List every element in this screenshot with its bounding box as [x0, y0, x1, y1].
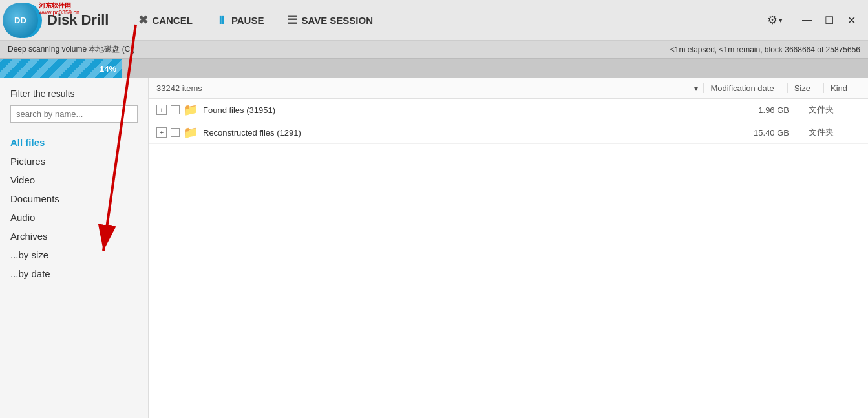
sidebar-item-audio[interactable]: Audio	[0, 208, 148, 227]
file-name-1: Found files (31951)	[203, 105, 744, 115]
progressbar-container: 14%	[0, 59, 868, 78]
items-count: 33242 items	[156, 83, 689, 93]
scanning-status: Deep scanning volume 本地磁盘 (C:)	[8, 44, 135, 55]
sidebar-label-video: Video	[10, 174, 35, 185]
col-kind[interactable]: Kind	[823, 83, 860, 93]
folder-icon-2: 📁	[184, 125, 198, 140]
progressbar-label: 14%	[100, 64, 116, 74]
pause-label: PAUSE	[231, 15, 264, 26]
sidebar-label-pictures: Pictures	[10, 156, 45, 167]
file-name-2: Reconstructed files (1291)	[203, 128, 744, 138]
dropdown-arrow[interactable]: ▾	[689, 84, 703, 93]
sidebar-item-documents[interactable]: Documents	[0, 189, 148, 208]
table-row: + 📁 Found files (31951) 1.96 GB 文件夹	[149, 99, 868, 121]
sidebar-item-by-size[interactable]: ...by size	[0, 246, 148, 264]
save-session-button[interactable]: ☰ SAVE SESSION	[277, 8, 383, 32]
sidebar-label-archives: Archives	[10, 231, 48, 242]
main-area: Filter the results All files Pictures Vi…	[0, 78, 868, 418]
cancel-label: CANCEL	[152, 15, 193, 26]
settings-icon: ⚙	[767, 13, 778, 27]
sidebar-item-pictures[interactable]: Pictures	[0, 152, 148, 171]
filelist-header: 33242 items ▾ Modification date Size Kin…	[149, 78, 868, 99]
sidebar-label-by-size: ...by size	[10, 249, 48, 260]
file-size-2: 15.40 GB	[744, 128, 809, 138]
close-button[interactable]: ✕	[841, 10, 862, 30]
filter-label: Filter the results	[0, 89, 148, 105]
sidebar: Filter the results All files Pictures Vi…	[0, 78, 149, 418]
progressbar-fill: 14%	[0, 59, 122, 78]
settings-button[interactable]: ⚙ ▾	[761, 9, 789, 31]
file-kind-1: 文件夹	[809, 104, 860, 116]
checkbox-2[interactable]	[171, 128, 180, 137]
expand-button-2[interactable]: +	[156, 127, 167, 138]
sidebar-label-all-files: All files	[10, 137, 45, 148]
settings-dropdown-icon: ▾	[779, 16, 783, 25]
save-label: SAVE SESSION	[301, 15, 373, 26]
expand-button-1[interactable]: +	[156, 105, 167, 115]
table-row: + 📁 Reconstructed files (1291) 15.40 GB …	[149, 121, 868, 144]
minimize-icon: —	[802, 14, 812, 26]
app-logo: D	[6, 3, 42, 38]
filelist: 33242 items ▾ Modification date Size Kin…	[149, 78, 868, 418]
file-kind-2: 文件夹	[809, 127, 860, 138]
column-headers: ▾ Modification date Size Kind	[689, 83, 860, 93]
file-size-1: 1.96 GB	[744, 105, 809, 115]
maximize-icon: ☐	[825, 14, 834, 26]
col-size[interactable]: Size	[787, 83, 823, 93]
search-input[interactable]	[10, 105, 138, 123]
col-modification-date[interactable]: Modification date	[703, 83, 787, 93]
cancel-button[interactable]: ✖ CANCEL	[128, 8, 203, 32]
close-icon: ✕	[847, 14, 856, 26]
titlebar: D Disk Drill ✖ CANCEL ⏸ PAUSE ☰ SAVE SES…	[0, 0, 868, 41]
pause-icon: ⏸	[216, 14, 228, 27]
sidebar-item-all-files[interactable]: All files	[0, 133, 148, 152]
sidebar-item-archives[interactable]: Archives	[0, 227, 148, 246]
statusbar: Deep scanning volume 本地磁盘 (C:) <1m elaps…	[0, 41, 868, 59]
sidebar-item-video[interactable]: Video	[0, 171, 148, 189]
sidebar-item-by-date[interactable]: ...by date	[0, 264, 148, 283]
sidebar-label-by-date: ...by date	[10, 268, 50, 279]
app-title: Disk Drill	[47, 12, 109, 28]
progress-info: <1m elapsed, <1m remain, block 3668664 o…	[670, 45, 860, 54]
sidebar-label-audio: Audio	[10, 212, 35, 223]
save-icon: ☰	[287, 13, 297, 27]
checkbox-1[interactable]	[171, 105, 180, 114]
pause-button[interactable]: ⏸ PAUSE	[206, 8, 275, 32]
maximize-button[interactable]: ☐	[819, 10, 840, 30]
cancel-icon: ✖	[138, 13, 148, 27]
window-controls: ⚙ ▾ — ☐ ✕	[761, 9, 862, 31]
folder-icon-1: 📁	[184, 103, 198, 117]
sidebar-label-documents: Documents	[10, 193, 59, 204]
minimize-button[interactable]: —	[797, 10, 818, 30]
